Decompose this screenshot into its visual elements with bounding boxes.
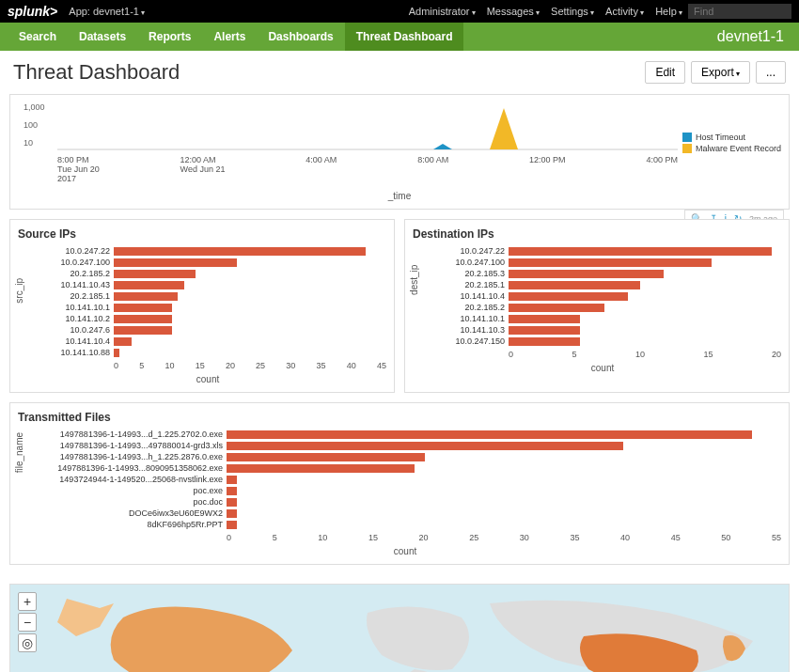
files-bars: 1497881396-1-14993...d_1.225.2702.0.exe1… [29, 430, 781, 529]
bar-row: 10.0.247.22 [29, 246, 386, 256]
bar-label: 10.0.247.100 [29, 258, 114, 267]
nav-reports[interactable]: Reports [137, 23, 202, 51]
legend-swatch [682, 144, 692, 153]
bar-label: poc.doc [29, 497, 227, 507]
x-tick: 30 [520, 533, 529, 542]
x-tick: 0 [114, 361, 118, 370]
panel-title: Destination IPs [413, 227, 781, 241]
bar [509, 315, 580, 323]
bar [509, 337, 580, 346]
xaxis-label: count [424, 363, 781, 373]
x-tick: 10 [164, 361, 174, 370]
bar-row: 20.2.185.2 [424, 303, 781, 312]
page-header: Threat Dashboard Edit Export ... [0, 51, 799, 94]
page-title: Threat Dashboard [13, 60, 180, 85]
bar-row: 10.141.10.2 [29, 314, 386, 323]
nav-datasets[interactable]: Datasets [68, 23, 137, 51]
timeline-svg [57, 102, 678, 151]
menu-administrator[interactable]: Administrator [409, 6, 476, 17]
bar-label: 20.2.185.1 [29, 291, 114, 301]
bar [227, 521, 237, 529]
bar-label: 10.0.247.150 [424, 336, 509, 346]
x-tick: 45 [377, 361, 386, 370]
dest-ips-bars: 10.0.247.2210.0.247.10020.2.185.320.2.18… [424, 246, 781, 346]
bar-row: poc.doc [29, 497, 781, 507]
bar-label: 10.0.247.22 [29, 246, 114, 256]
x-tick: 45 [671, 533, 681, 542]
menu-activity[interactable]: Activity [605, 6, 644, 17]
xaxis-label: count [29, 546, 781, 556]
legend-label: Host Timeout [696, 133, 745, 142]
bar-label: poc.exe [29, 486, 227, 495]
splunk-logo: splunk> [8, 4, 57, 19]
bar-row: 10.0.247.22 [424, 246, 781, 256]
nav-threat-dashboard[interactable]: Threat Dashboard [345, 23, 464, 51]
bar-label: 10.141.10.43 [29, 280, 114, 289]
x-tick: 40 [347, 361, 356, 370]
nav-alerts[interactable]: Alerts [202, 23, 257, 51]
more-button[interactable]: ... [756, 61, 786, 84]
bar [509, 304, 604, 312]
bar [509, 270, 664, 278]
x-tick: 20 [226, 361, 235, 370]
x-tick: 12:00 AM Wed Jun 21 [180, 155, 226, 183]
bar-row: 20.2.185.1 [424, 280, 781, 289]
bar-row: 10.141.10.43 [29, 280, 386, 289]
bar-label: 10.0.247.100 [424, 258, 509, 267]
bar-label: 10.0.247.22 [424, 246, 509, 256]
bar [114, 304, 172, 312]
find-input[interactable] [688, 4, 791, 19]
svg-marker-2 [490, 108, 518, 149]
edit-button[interactable]: Edit [645, 61, 685, 84]
bar [227, 442, 623, 450]
bar [227, 464, 415, 473]
export-button[interactable]: Export [691, 61, 750, 84]
dest-ips-panel: Destination IPs dest_ip 10.0.247.2210.0.… [404, 219, 790, 393]
x-tick: 15 [703, 350, 713, 359]
bar [227, 430, 752, 439]
nav-right-label: devnet1-1 [717, 28, 791, 45]
bar [227, 453, 425, 461]
geo-map-panel[interactable]: + − ◎ [9, 584, 790, 672]
bar-label: 8dKF696hp5Rr.PPT [29, 520, 227, 529]
bar-row: 10.141.10.3 [424, 325, 781, 335]
bar-row: 1497881396-1-14993...d_1.225.2702.0.exe [29, 430, 781, 439]
x-tick: 35 [570, 533, 579, 542]
bar [509, 281, 640, 289]
xaxis-label: count [29, 374, 386, 384]
x-tick: 5 [139, 361, 144, 370]
bar-label: 1497881396-1-14993...497880014-grd3.xls [29, 441, 227, 450]
x-tick: 10 [635, 350, 645, 359]
bar-row: 20.2.185.2 [29, 269, 386, 278]
source-ips-bars: 10.0.247.2210.0.247.10020.2.185.210.141.… [29, 246, 386, 357]
menu-help[interactable]: Help [655, 6, 682, 17]
bar [114, 281, 184, 289]
bar-row: 10.141.10.1 [29, 303, 386, 312]
bar [114, 337, 132, 346]
map-svg [10, 585, 790, 672]
menu-settings[interactable]: Settings [551, 6, 594, 17]
x-tick: 5 [572, 350, 576, 359]
bar-label: DOCe6iwx3eU60E9WX2 [29, 508, 227, 518]
bar [227, 487, 237, 495]
app-selector[interactable]: App: devnet1-1 [69, 6, 145, 17]
bar [114, 349, 119, 357]
bar-row: 1497881396-1-14993...497880014-grd3.xls [29, 441, 781, 450]
bar-label: 20.2.185.2 [424, 303, 509, 312]
x-tick: 35 [317, 361, 326, 370]
yaxis-label: dest_ip [409, 264, 419, 294]
bar-row: DOCe6iwx3eU60E9WX2 [29, 508, 781, 518]
bar-row: 10.141.10.4 [29, 336, 386, 346]
bar-row: 10.0.247.100 [424, 258, 781, 267]
bar-row: 1497881396-1-14993...8090951358062.exe [29, 463, 781, 473]
bar-label: 1497881396-1-14993...h_1.225.2876.0.exe [29, 452, 227, 461]
x-tick: 50 [721, 533, 730, 542]
menu-messages[interactable]: Messages [487, 6, 540, 17]
x-tick: 10 [318, 533, 327, 542]
timeline-legend: Host Timeout Malware Event Record [682, 133, 781, 155]
bar-label: 10.141.10.1 [29, 303, 114, 312]
svg-marker-1 [433, 144, 452, 149]
nav-search[interactable]: Search [8, 23, 68, 51]
nav-dashboards[interactable]: Dashboards [257, 23, 344, 51]
bar [227, 509, 237, 518]
